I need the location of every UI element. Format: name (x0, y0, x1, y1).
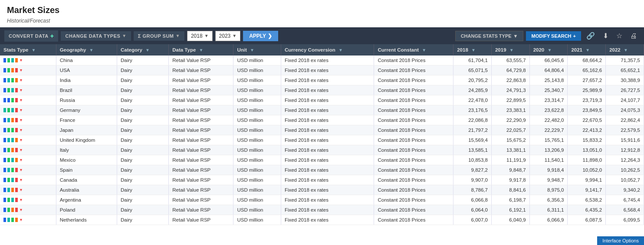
y2018-cell: 10,853,8 (453, 155, 492, 165)
table-row[interactable]: ▼ CanadaDairyRetail Value RSPUSD million… (0, 175, 644, 185)
data-type-cell: Retail Value RSP (169, 65, 233, 75)
geography-cell: United Kingdom (56, 135, 117, 145)
table-row[interactable]: ▼ NetherlandsDairyRetail Value RSPUSD mi… (0, 215, 644, 225)
table-row[interactable]: ▼ USADairyRetail Value RSPUSD millionFix… (0, 65, 644, 75)
y2020-cell: 25,340,7 (529, 85, 568, 95)
convert-data-label: CONVERT DATA (9, 33, 49, 39)
change-data-types-button[interactable]: CHANGE DATA TYPES ▼ (61, 31, 131, 41)
currency-conversion-cell: Fixed 2018 ex rates (281, 145, 374, 155)
data-type-cell: Retail Value RSP (169, 175, 233, 185)
y2019-cell: 23,383,1 (491, 105, 529, 115)
y2020-cell: 15,765,1 (529, 135, 568, 145)
y2019-cell: 22,290,9 (491, 115, 529, 125)
table-row[interactable]: ▼ IndiaDairyRetail Value RSPUSD millionF… (0, 75, 644, 85)
y2020-cell: 8,975,0 (529, 185, 568, 195)
y2019-cell: 6,192,1 (491, 205, 529, 215)
apply-label: APPLY (249, 33, 266, 39)
table-row[interactable]: ▼ ItalyDairyRetail Value RSPUSD millionF… (0, 145, 644, 155)
table-row[interactable]: ▼ MexicoDairyRetail Value RSPUSD million… (0, 155, 644, 165)
unit-cell: USD million (233, 185, 281, 195)
col-current-constant[interactable]: Current Constant ▼ (374, 44, 453, 56)
table-row[interactable]: ▼ BrazilDairyRetail Value RSPUSD million… (0, 85, 644, 95)
link-icon-button[interactable]: 🔗 (584, 30, 598, 42)
table-row[interactable]: ▼ SpainDairyRetail Value RSPUSD millionF… (0, 165, 644, 175)
download-icon-button[interactable]: ⬇ (600, 30, 611, 42)
y2020-cell: 23,314,7 (529, 95, 568, 105)
y2021-cell: 13,051,0 (568, 145, 606, 155)
col-2021[interactable]: 2021 ▼ (568, 44, 606, 56)
unit-cell: USD million (233, 65, 281, 75)
caret-down-icon3: ▼ (204, 33, 209, 38)
y2022-cell: 24,075,3 (606, 105, 644, 115)
y2018-cell: 20,795,2 (453, 75, 492, 85)
stats-type-cell: ▼ (0, 105, 56, 115)
category-cell: Dairy (117, 105, 169, 115)
col-2022[interactable]: 2022 ▼ (606, 44, 644, 56)
table-row[interactable]: ▼ JapanDairyRetail Value RSPUSD millionF… (0, 125, 644, 135)
current-constant-cell: Constant 2018 Prices (374, 165, 453, 175)
y2022-cell: 71,357,5 (606, 56, 644, 65)
geography-cell: France (56, 115, 117, 125)
y2022-cell: 12,264,3 (606, 155, 644, 165)
stats-type-cell: ▼ (0, 65, 56, 75)
col-currency-conversion[interactable]: Currency Conversion ▼ (281, 44, 374, 56)
geography-cell: Brazil (56, 85, 117, 95)
table-row[interactable]: ▼ ArgentinaDairyRetail Value RSPUSD mill… (0, 195, 644, 205)
table-row[interactable]: ▼ United KingdomDairyRetail Value RSPUSD… (0, 135, 644, 145)
year-from-select[interactable]: 2018 ▼ (187, 31, 213, 41)
table-row[interactable]: ▼ ChinaDairyRetail Value RSPUSD millionF… (0, 56, 644, 65)
current-constant-cell: Constant 2018 Prices (374, 75, 453, 85)
y2022-cell: 6,568,4 (606, 205, 644, 215)
current-constant-cell: Constant 2018 Prices (374, 145, 453, 155)
col-2020[interactable]: 2020 ▼ (529, 44, 568, 56)
convert-data-button[interactable]: CONVERT DATA + (4, 30, 58, 42)
category-cell: Dairy (117, 155, 169, 165)
data-type-cell: Retail Value RSP (169, 115, 233, 125)
y2021-cell: 27,657,2 (568, 75, 606, 85)
data-type-cell: Retail Value RSP (169, 85, 233, 95)
caret-down-icon4: ▼ (232, 33, 237, 38)
page-title: Market Sizes (0, 0, 644, 17)
currency-conversion-cell: Fixed 2018 ex rates (281, 175, 374, 185)
star-icon-button[interactable]: ☆ (614, 30, 625, 42)
current-constant-cell: Constant 2018 Prices (374, 185, 453, 195)
year-to-select[interactable]: 2023 ▼ (215, 31, 241, 41)
table-row[interactable]: ▼ PolandDairyRetail Value RSPUSD million… (0, 205, 644, 215)
y2022-cell: 6,745,4 (606, 195, 644, 205)
y2018-cell: 21,797,2 (453, 125, 492, 135)
y2021-cell: 22,670,5 (568, 115, 606, 125)
table-row[interactable]: ▼ FranceDairyRetail Value RSPUSD million… (0, 115, 644, 125)
col-2018[interactable]: 2018 ▼ (453, 44, 492, 56)
table-row[interactable]: ▼ GermanyDairyRetail Value RSPUSD millio… (0, 105, 644, 115)
y2019-cell: 8,841,6 (491, 185, 529, 195)
col-stats-type[interactable]: Stats Type ▼ (0, 44, 56, 56)
table-row[interactable]: ▼ RussiaDairyRetail Value RSPUSD million… (0, 95, 644, 105)
geography-cell: Argentina (56, 195, 117, 205)
stats-type-cell: ▼ (0, 125, 56, 135)
col-2019[interactable]: 2019 ▼ (491, 44, 529, 56)
y2021-cell: 68,664,2 (568, 56, 606, 65)
stats-type-cell: ▼ (0, 135, 56, 145)
stats-type-cell: ▼ (0, 85, 56, 95)
y2021-cell: 6,435,2 (568, 205, 606, 215)
y2020-cell: 9,918,4 (529, 165, 568, 175)
table-row[interactable]: ▼ AustraliaDairyRetail Value RSPUSD mill… (0, 185, 644, 195)
group-sum-button[interactable]: Σ GROUP SUM ▼ (134, 31, 184, 41)
col-unit[interactable]: Unit ▼ (233, 44, 281, 56)
y2020-cell: 23,622,8 (529, 105, 568, 115)
change-stats-type-button[interactable]: CHANGE STATS TYPE ▼ (455, 31, 524, 41)
currency-conversion-cell: Fixed 2018 ex rates (281, 155, 374, 165)
print-icon-button[interactable]: 🖨 (628, 30, 640, 42)
apply-button[interactable]: APPLY ❯ (243, 31, 278, 41)
y2022-cell: 26,727,5 (606, 85, 644, 95)
col-data-type[interactable]: Data Type ▼ (169, 44, 233, 56)
currency-conversion-cell: Fixed 2018 ex rates (281, 75, 374, 85)
y2022-cell: 22,579,5 (606, 125, 644, 135)
y2022-cell: 15,911,6 (606, 135, 644, 145)
unit-cell: USD million (233, 215, 281, 225)
modify-search-button[interactable]: MODIFY SEARCH + (526, 31, 581, 41)
col-category[interactable]: Category ▼ (117, 44, 169, 56)
currency-conversion-cell: Fixed 2018 ex rates (281, 195, 374, 205)
current-constant-cell: Constant 2018 Prices (374, 135, 453, 145)
col-geography[interactable]: Geography ▼ (56, 44, 117, 56)
